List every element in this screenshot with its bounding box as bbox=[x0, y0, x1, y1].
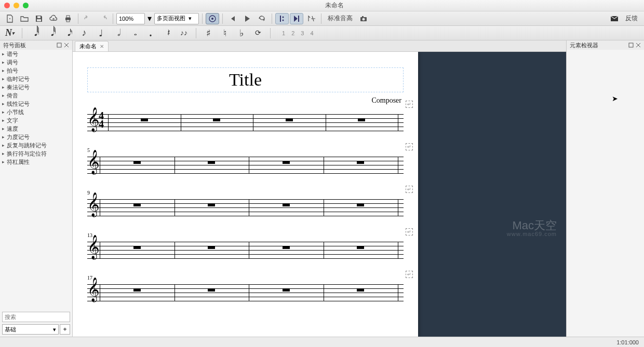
whole-rest[interactable] bbox=[283, 161, 290, 164]
barline bbox=[100, 284, 100, 301]
toolbar-separator bbox=[202, 13, 203, 24]
palette-item[interactable]: 小节线 bbox=[0, 108, 72, 116]
palette-item[interactable]: 反复与跳转记号 bbox=[0, 141, 72, 149]
open-file-button[interactable] bbox=[18, 13, 31, 24]
whole-rest[interactable] bbox=[208, 289, 215, 292]
whole-rest[interactable] bbox=[133, 204, 141, 206]
note-dot-button[interactable]: . bbox=[144, 27, 157, 39]
note-32nd-button[interactable]: 𝅘𝅥𝅱 bbox=[44, 27, 58, 39]
play-button[interactable] bbox=[240, 13, 254, 24]
palette-search-input[interactable] bbox=[2, 312, 70, 322]
concert-pitch-button[interactable]: 标准音高 bbox=[325, 14, 356, 23]
staff-system[interactable]: 5↵𝄞 bbox=[87, 155, 404, 175]
staff-system[interactable]: 9↵𝄞 bbox=[87, 197, 404, 218]
document-tab[interactable]: 未命名 ✕ bbox=[75, 41, 109, 51]
whole-rest[interactable] bbox=[208, 204, 215, 206]
note-whole-button[interactable]: 𝅝 bbox=[127, 27, 141, 39]
staff-system[interactable]: 13↵𝄞 bbox=[87, 240, 404, 260]
tie-button[interactable]: ♪♪ bbox=[177, 27, 191, 39]
palette-item[interactable]: 文字 bbox=[0, 116, 72, 124]
svg-point-6 bbox=[211, 18, 213, 20]
voice-4-button[interactable]: 4 bbox=[308, 30, 315, 36]
feedback-button[interactable]: 反馈 bbox=[622, 14, 641, 23]
palette-item[interactable]: 倚音 bbox=[0, 91, 72, 100]
palette-item[interactable]: 线性记号 bbox=[0, 100, 72, 108]
repeat-end-button[interactable] bbox=[290, 13, 303, 24]
whole-rest[interactable] bbox=[358, 119, 365, 121]
save-button[interactable] bbox=[32, 13, 46, 24]
note-8th-button[interactable]: ♪ bbox=[77, 27, 91, 39]
whole-rest[interactable] bbox=[133, 289, 141, 292]
zoom-field[interactable]: 100% bbox=[116, 13, 145, 24]
svg-rect-16 bbox=[629, 43, 633, 47]
zoom-dropdown-button[interactable]: ▾ bbox=[146, 13, 153, 23]
repeat-start-button[interactable] bbox=[275, 13, 289, 24]
score-viewport[interactable]: Title Composer ↵𝄞445↵𝄞9↵𝄞13↵𝄞17↵𝄞 Mac天空 … bbox=[73, 52, 566, 337]
whole-rest[interactable] bbox=[133, 161, 141, 164]
whole-rest[interactable] bbox=[208, 246, 215, 249]
new-file-button[interactable] bbox=[3, 13, 17, 24]
note-half-button[interactable]: 𝅗𝅥 bbox=[111, 27, 124, 39]
palette-item[interactable]: 调号 bbox=[0, 58, 72, 66]
whole-rest[interactable] bbox=[141, 119, 148, 121]
screenshot-button[interactable] bbox=[357, 13, 370, 24]
cloud-button[interactable] bbox=[47, 13, 60, 24]
metronome-button[interactable] bbox=[206, 13, 219, 24]
print-button[interactable] bbox=[61, 13, 75, 24]
voice-1-button[interactable]: 1 bbox=[280, 30, 287, 36]
close-panel-icon[interactable] bbox=[636, 43, 641, 48]
palette-item[interactable]: 奏法记号 bbox=[0, 83, 72, 91]
palette-add-button[interactable]: + bbox=[60, 324, 70, 335]
note-16th-button[interactable]: 𝅘𝅥𝅯 bbox=[61, 27, 74, 39]
palette-item[interactable]: 换行符与定位符 bbox=[0, 149, 72, 158]
palette-workspace-select[interactable]: 基础▾ bbox=[2, 324, 59, 335]
score-title[interactable]: Title bbox=[87, 67, 404, 92]
whole-rest[interactable] bbox=[208, 161, 215, 164]
mail-icon[interactable] bbox=[608, 13, 621, 24]
palette-item[interactable]: 符杠属性 bbox=[0, 158, 72, 166]
note-input-mode-button[interactable]: N▾ bbox=[3, 27, 17, 39]
whole-rest[interactable] bbox=[283, 204, 290, 206]
flip-button[interactable]: ⟳ bbox=[251, 27, 265, 39]
whole-rest[interactable] bbox=[283, 246, 290, 249]
close-panel-icon[interactable] bbox=[64, 43, 69, 48]
whole-rest[interactable] bbox=[286, 119, 293, 121]
time-signature[interactable]: 44 bbox=[99, 112, 104, 128]
staff-system[interactable]: ↵𝄞44 bbox=[87, 112, 404, 133]
minimize-window-button[interactable] bbox=[14, 3, 19, 8]
note-64th-button[interactable]: 𝅘𝅥𝅲 bbox=[28, 27, 41, 39]
note-quarter-button[interactable]: ♩ bbox=[94, 27, 108, 39]
whole-rest[interactable] bbox=[133, 246, 141, 249]
close-tab-icon[interactable]: ✕ bbox=[100, 44, 104, 49]
palette-item[interactable]: 临时记号 bbox=[0, 75, 72, 83]
whole-rest[interactable] bbox=[357, 246, 364, 249]
whole-rest[interactable] bbox=[357, 161, 364, 164]
palette-item[interactable]: 拍号 bbox=[0, 66, 72, 75]
maximize-window-button[interactable] bbox=[23, 3, 29, 8]
close-window-button[interactable] bbox=[4, 3, 10, 8]
score-composer[interactable]: Composer bbox=[87, 96, 404, 105]
whole-rest[interactable] bbox=[357, 204, 364, 206]
palette-item[interactable]: 速度 bbox=[0, 124, 72, 133]
undo-button[interactable] bbox=[82, 13, 95, 24]
view-mode-select[interactable]: 多页面视图▾ bbox=[154, 13, 199, 24]
voice-3-button[interactable]: 3 bbox=[299, 30, 306, 36]
rewind-button[interactable] bbox=[226, 13, 239, 24]
rest-button[interactable]: 𝄽 bbox=[160, 27, 174, 39]
redo-button[interactable] bbox=[96, 13, 110, 24]
palette-item[interactable]: 力度记号 bbox=[0, 133, 72, 141]
palette-item[interactable]: 谱号 bbox=[0, 50, 72, 58]
sharp-button[interactable]: ♯ bbox=[202, 27, 215, 39]
whole-rest[interactable] bbox=[357, 289, 364, 292]
whole-rest[interactable] bbox=[213, 119, 220, 121]
natural-button[interactable]: ♮ bbox=[218, 27, 232, 39]
voice-2-button[interactable]: 2 bbox=[289, 30, 297, 36]
detach-icon[interactable] bbox=[628, 43, 634, 48]
flat-button[interactable]: ♭ bbox=[235, 27, 248, 39]
whole-rest[interactable] bbox=[283, 289, 290, 292]
svg-point-9 bbox=[283, 19, 284, 21]
count-in-button[interactable] bbox=[304, 13, 318, 24]
detach-icon[interactable] bbox=[57, 43, 62, 48]
loop-button[interactable] bbox=[255, 13, 269, 24]
staff-system[interactable]: 17↵𝄞 bbox=[87, 282, 404, 303]
